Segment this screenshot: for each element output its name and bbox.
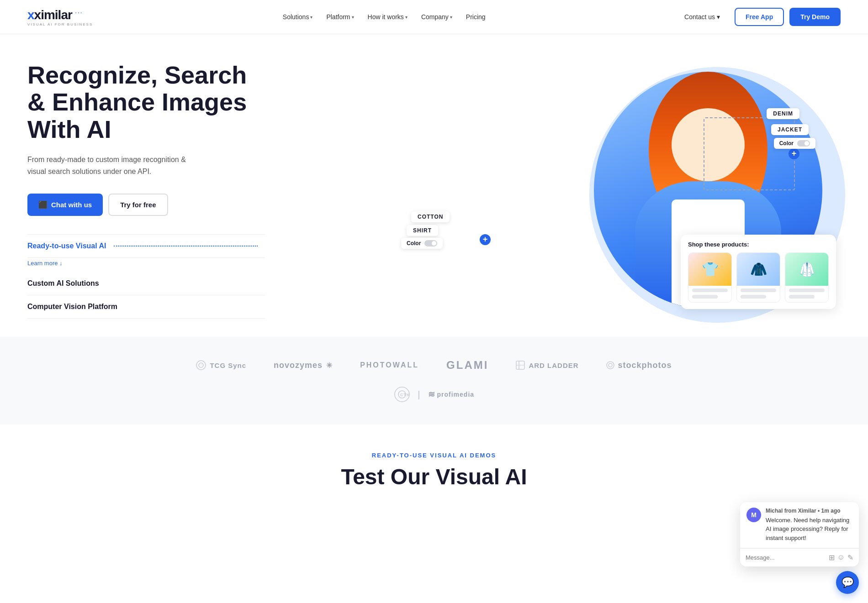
tab-learn-more[interactable]: Learn more ↓	[27, 258, 265, 272]
hero-subtitle: From ready-made to custom image recognit…	[27, 154, 201, 177]
hero-tabs: Ready-to-use Visual AI Learn more ↓ Cust…	[27, 234, 265, 319]
logos-section: TCG Sync novozymes ✳ PHOTOWALL GLAMI ARD…	[0, 337, 868, 425]
nav-links: Solutions ▾ Platform ▾ How it works ▾ Co…	[277, 10, 491, 24]
shop-panel: Shop these products: 👕 🧥 🥼	[681, 235, 836, 309]
hero-left: Recognize, Search & Enhance Images With …	[27, 62, 265, 319]
hero-visual: DENIM JACKET Color + COTTON SHIRT Color …	[265, 63, 841, 318]
tab-custom-ai-label: Custom AI Solutions	[27, 279, 99, 288]
shop-item-bar-2	[741, 288, 776, 292]
nav-pricing[interactable]: Pricing	[460, 10, 491, 24]
nav-company[interactable]: Company ▾	[416, 10, 458, 24]
chat-avatar: M	[746, 508, 761, 508]
svg-point-5	[607, 362, 614, 369]
logo-cardladder: ARD LADDER	[516, 361, 578, 370]
shop-item-image-2: 🧥	[737, 253, 780, 286]
arrow-down-icon: ↓	[59, 260, 63, 267]
hero-buttons: ⬛ Chat with us Try for free	[27, 194, 265, 216]
tag-color-left: Color	[401, 238, 443, 249]
shop-item-bar2-2	[741, 295, 766, 299]
logos-row-2: CTK | ≋ profimedia	[394, 386, 474, 403]
navbar: xximilar ··· VISUAL AI FOR BUSINESS Solu…	[0, 0, 868, 34]
svg-point-1	[199, 363, 203, 367]
shop-item-bar-3	[789, 288, 825, 292]
hero-section: Recognize, Search & Enhance Images With …	[0, 34, 868, 337]
bottom-section-title: Test Our Visual AI	[27, 464, 841, 489]
shop-item-2[interactable]: 🧥	[736, 252, 780, 303]
chat-icon: ⬛	[38, 200, 48, 209]
nav-solutions[interactable]: Solutions ▾	[277, 10, 318, 24]
shop-items: 👕 🧥 🥼	[688, 252, 829, 303]
tab-dots	[114, 246, 258, 246]
shop-item-bar-1	[692, 288, 728, 292]
free-app-button[interactable]: Free App	[735, 8, 784, 26]
chevron-down-icon: ▾	[717, 13, 720, 21]
nav-platform[interactable]: Platform ▾	[321, 10, 359, 24]
try-for-free-button[interactable]: Try for free	[108, 194, 168, 216]
plus-icon-bottom: +	[480, 234, 491, 245]
shop-item-image-3: 🥼	[785, 253, 828, 286]
shop-item-bar2-3	[789, 295, 815, 299]
shop-item-image-1: 👕	[688, 253, 731, 286]
shop-item-3[interactable]: 🥼	[785, 252, 829, 303]
bottom-section: READY-TO-USE VISUAL AI DEMOS Test Our Vi…	[0, 425, 868, 508]
tag-denim: DENIM	[767, 108, 799, 119]
plus-icon-right: +	[789, 148, 799, 159]
logos-row-1: TCG Sync novozymes ✳ PHOTOWALL GLAMI ARD…	[196, 359, 672, 372]
logo-photowall: PHOTOWALL	[360, 361, 419, 369]
brand-name: xximilar ···	[27, 8, 93, 22]
svg-point-0	[196, 361, 206, 370]
tab-ready-to-use-label: Ready-to-use Visual AI	[27, 242, 106, 250]
novozymes-icon: ✳	[326, 361, 333, 370]
logo[interactable]: xximilar ··· VISUAL AI FOR BUSINESS	[27, 8, 93, 26]
tag-shirt: SHIRT	[407, 225, 438, 236]
svg-text:CTK: CTK	[400, 393, 410, 397]
chevron-down-icon: ▾	[310, 15, 312, 20]
tab-computer-vision-label: Computer Vision Platform	[27, 303, 117, 311]
logo-novozymes: novozymes ✳	[274, 361, 333, 370]
tag-jacket: JACKET	[771, 124, 809, 135]
chevron-down-icon: ▾	[450, 15, 452, 20]
divider: |	[418, 389, 421, 400]
bottom-section-label: READY-TO-USE VISUAL AI DEMOS	[27, 452, 841, 459]
color-toggle[interactable]	[797, 140, 810, 147]
chat-from: Michal from Ximilar • 1m ago	[766, 508, 852, 508]
tag-cotton: COTTON	[411, 211, 450, 222]
nav-how-it-works[interactable]: How it works ▾	[362, 10, 413, 24]
color-toggle-2[interactable]	[424, 240, 437, 246]
shop-title: Shop these products:	[688, 241, 829, 248]
cardladder-icon	[516, 361, 525, 370]
tcgsync-icon	[196, 360, 206, 370]
ctk-icon: CTK	[394, 386, 410, 403]
logo-ctk-profimedia: CTK | ≋ profimedia	[394, 386, 474, 403]
stockphotos-icon	[606, 361, 614, 369]
chat-content: Michal from Ximilar • 1m ago Welcome. Ne…	[766, 508, 852, 508]
logo-glami: GLAMI	[446, 359, 488, 372]
logo-stockphotos: stockphotos	[606, 361, 672, 370]
logo-tcgsync: TCG Sync	[196, 360, 246, 370]
tab-custom-ai[interactable]: Custom AI Solutions	[27, 272, 265, 295]
chat-header-inner: M Michal from Ximilar • 1m ago Welcome. …	[746, 508, 852, 508]
chat-with-us-button[interactable]: ⬛ Chat with us	[27, 194, 103, 216]
brand-tagline: VISUAL AI FOR BUSINESS	[27, 22, 93, 26]
shop-item-1[interactable]: 👕	[688, 252, 732, 303]
chat-widget: M Michal from Ximilar • 1m ago Welcome. …	[740, 502, 859, 508]
hero-title: Recognize, Search & Enhance Images With …	[27, 62, 265, 143]
tab-ready-to-use[interactable]: Ready-to-use Visual AI	[27, 235, 265, 258]
chevron-down-icon: ▾	[405, 15, 408, 20]
chat-header: M Michal from Ximilar • 1m ago Welcome. …	[740, 502, 859, 508]
shop-item-bar2-1	[692, 295, 718, 299]
chevron-down-icon: ▾	[352, 15, 354, 20]
tab-computer-vision[interactable]: Computer Vision Platform	[27, 295, 265, 319]
svg-point-6	[609, 363, 612, 367]
profimedia-wave-icon: ≋	[428, 389, 435, 399]
try-demo-button[interactable]: Try Demo	[789, 8, 841, 26]
contact-us-button[interactable]: Contact us ▾	[675, 9, 729, 25]
tag-color-right: Color	[774, 138, 815, 149]
nav-right: Contact us ▾ Free App Try Demo	[675, 8, 841, 26]
